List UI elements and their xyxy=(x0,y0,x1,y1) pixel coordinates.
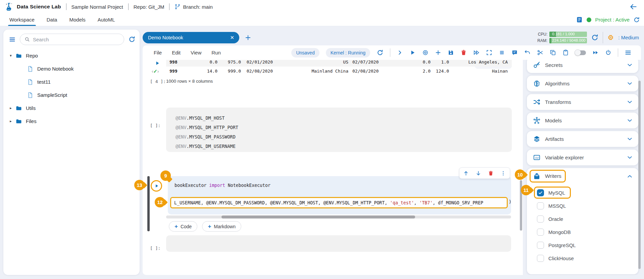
tree-refresh-icon[interactable] xyxy=(128,36,136,43)
env-code-cell[interactable]: @ENV.MYSQL_DM_HOST@ENV.MYSQL_DM_HTTP_POR… xyxy=(166,108,512,152)
chevron-right-icon[interactable] xyxy=(397,49,403,56)
tree-item-demo-notebook[interactable]: Demo Notebook xyxy=(8,62,137,75)
new-tab-icon[interactable] xyxy=(245,34,251,41)
search-input[interactable]: Search xyxy=(20,34,124,45)
close-icon[interactable]: ✕ xyxy=(230,35,234,41)
resources-refresh-icon[interactable] xyxy=(591,34,599,41)
back-arrow-icon[interactable] xyxy=(629,3,637,11)
ram-value: 224.140 / 5048.000 xyxy=(552,38,585,42)
delete-icon[interactable] xyxy=(460,49,467,56)
execution-count: [ ]: xyxy=(150,123,160,128)
more-options-icon[interactable] xyxy=(500,170,506,176)
nav-tab-automl[interactable]: AutoML xyxy=(98,13,115,26)
caret-right-icon[interactable]: ▸ xyxy=(8,119,13,123)
dataframe-cell: 1.0 xyxy=(435,60,453,65)
checkbox-unchecked[interactable] xyxy=(537,215,544,223)
menu-edit[interactable]: Edit xyxy=(172,50,181,55)
menu-file[interactable]: File xyxy=(154,50,162,55)
undo-icon[interactable] xyxy=(524,49,531,56)
chevron-down-icon[interactable] xyxy=(627,117,633,124)
tree-item-test11[interactable]: test11 xyxy=(8,75,137,88)
menu-run[interactable]: Run xyxy=(211,50,221,55)
section-card-algorithms[interactable]: Algorithms xyxy=(527,76,638,91)
section-card-artifacts[interactable]: Artifacts xyxy=(527,131,638,147)
power-icon[interactable] xyxy=(605,49,611,56)
writer-option-mongodb[interactable]: MongoDB xyxy=(537,226,638,239)
stop-icon[interactable] xyxy=(499,49,505,56)
tree-item-samplescript[interactable]: SampleScript xyxy=(8,88,137,102)
chevron-down-icon[interactable] xyxy=(627,62,633,68)
chevron-up-icon[interactable] xyxy=(627,173,633,180)
writer-option-clickhouse[interactable]: ClickHouse xyxy=(537,252,638,265)
writer-option-postgresql[interactable]: PostgreSQL xyxy=(537,239,638,252)
section-header-writers[interactable]: Writers xyxy=(527,169,638,184)
checkbox-unchecked[interactable] xyxy=(537,202,544,209)
run-gutter-icon[interactable] xyxy=(155,61,160,66)
kernel-refresh-icon[interactable] xyxy=(377,49,384,56)
divider xyxy=(128,3,129,10)
run-cell-button[interactable] xyxy=(151,180,162,192)
record-icon[interactable] xyxy=(422,49,429,56)
add-code-button[interactable]: +Code xyxy=(169,221,197,232)
dataframe-cell: 2.0 xyxy=(381,69,435,74)
save-icon[interactable] xyxy=(448,49,454,56)
toolbar-menu-icon[interactable] xyxy=(625,49,632,56)
section-card-models[interactable]: Models xyxy=(527,113,638,128)
checkbox-unchecked[interactable] xyxy=(537,229,544,236)
nav-tab-data[interactable]: Data xyxy=(47,13,57,26)
chevron-down-icon[interactable] xyxy=(627,99,633,105)
kernel-status-badge[interactable]: Kernel : Running xyxy=(326,48,370,57)
tree-item-repo[interactable]: ▾Repo xyxy=(8,49,137,62)
move-up-icon[interactable] xyxy=(463,170,469,176)
section-card-secrets[interactable]: Secrets xyxy=(527,60,638,73)
tab-demo-notebook[interactable]: Demo Notebook ✕ xyxy=(143,32,239,43)
tree-item-utils[interactable]: ▸Utils xyxy=(8,102,137,115)
project-refresh-icon[interactable] xyxy=(633,16,640,23)
horizontal-scrollbar[interactable] xyxy=(166,215,511,218)
nav-tab-workspace[interactable]: Workspace xyxy=(9,13,35,26)
empty-code-cell[interactable] xyxy=(166,235,511,252)
right-panel-scrollbar-thumb[interactable] xyxy=(638,81,641,269)
comment-icon[interactable] xyxy=(511,49,518,56)
cut-icon[interactable] xyxy=(537,49,543,56)
add-cell-icon[interactable] xyxy=(435,49,441,56)
tree-item-files[interactable]: ▸Files xyxy=(8,115,137,128)
section-card-transforms[interactable]: Transforms xyxy=(527,94,638,110)
notes-icon[interactable] xyxy=(576,16,583,23)
chevron-down-icon[interactable] xyxy=(627,154,633,161)
move-down-icon[interactable] xyxy=(476,170,481,176)
highlighted-code-line[interactable]: L_USERNAME, @ENV.MYSQL_DM_PASSWORD, @ENV… xyxy=(170,197,508,208)
writer-option-mysql[interactable]: MySQL xyxy=(537,186,638,199)
writer-option-oracle[interactable]: Oracle xyxy=(537,212,638,226)
dataframe-row: 9980.0975.002/01/2020US02/07/20200.01.0L… xyxy=(166,60,512,67)
chevron-down-icon[interactable] xyxy=(627,80,633,87)
menu-view[interactable]: View xyxy=(191,50,201,55)
selected-code-cell[interactable] xyxy=(168,176,511,214)
checkbox-unchecked[interactable] xyxy=(537,242,544,249)
caret-down-icon[interactable]: ▾ xyxy=(8,53,13,58)
toggle-icon[interactable] xyxy=(575,50,586,55)
sidebar-menu-icon[interactable] xyxy=(9,36,16,43)
writer-option-label: MongoDB xyxy=(548,229,571,235)
horizontal-scrollbar-thumb[interactable] xyxy=(221,215,415,218)
chevron-down-icon[interactable] xyxy=(627,136,633,142)
fullscreen-icon[interactable] xyxy=(486,49,492,56)
fast-forward-icon[interactable] xyxy=(592,49,599,56)
run-cell-icon[interactable] xyxy=(409,49,416,56)
paste-icon[interactable] xyxy=(562,49,569,56)
brain-icon xyxy=(533,80,541,87)
copy-icon[interactable] xyxy=(550,49,556,56)
checkbox-unchecked[interactable] xyxy=(537,255,544,262)
section-label: Algorithms xyxy=(545,81,569,87)
add-markdown-button[interactable]: +Markdown xyxy=(202,221,241,232)
section-label: Secrets xyxy=(545,62,563,68)
run-all-icon[interactable] xyxy=(473,49,480,56)
checkbox-checked[interactable] xyxy=(537,189,544,196)
ram-bar-fill xyxy=(549,38,551,43)
section-card-variable-explorer[interactable]: (x)Variable explorer xyxy=(527,150,638,165)
caret-right-icon[interactable]: ▸ xyxy=(8,106,13,110)
delete-cell-icon[interactable] xyxy=(488,170,494,176)
nav-tab-models[interactable]: Models xyxy=(69,13,85,26)
writer-option-mssql[interactable]: MSSQL xyxy=(537,199,638,212)
top-header: Data Science Lab Sample Normal Project R… xyxy=(0,0,644,13)
